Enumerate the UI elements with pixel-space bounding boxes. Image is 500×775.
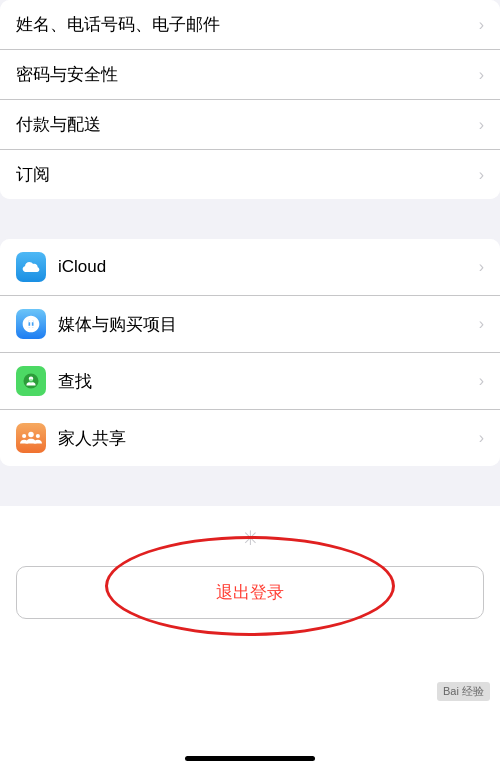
- password-security-item[interactable]: 密码与安全性 ›: [0, 50, 500, 100]
- icloud-label: iCloud: [58, 257, 471, 277]
- family-sharing-label: 家人共享: [58, 427, 471, 450]
- find-label: 查找: [58, 370, 471, 393]
- find-item[interactable]: 查找 ›: [0, 353, 500, 410]
- icloud-icon: [16, 252, 46, 282]
- name-phone-email-item[interactable]: 姓名、电话号码、电子邮件 ›: [0, 0, 500, 50]
- chevron-right-icon: ›: [479, 258, 484, 276]
- section-separator: [0, 219, 500, 239]
- watermark: Bai 经验: [437, 682, 490, 701]
- payment-delivery-label: 付款与配送: [16, 113, 471, 136]
- svg-point-6: [36, 434, 40, 438]
- sign-out-button[interactable]: 退出登录: [16, 566, 484, 619]
- subscription-label: 订阅: [16, 163, 471, 186]
- chevron-right-icon: ›: [479, 315, 484, 333]
- settings-page: 姓名、电话号码、电子邮件 › 密码与安全性 › 付款与配送 › 订阅 › iCl…: [0, 0, 500, 775]
- chevron-right-icon: ›: [479, 16, 484, 34]
- subscription-item[interactable]: 订阅 ›: [0, 150, 500, 199]
- appstore-icon: [16, 309, 46, 339]
- payment-delivery-item[interactable]: 付款与配送 ›: [0, 100, 500, 150]
- chevron-right-icon: ›: [479, 429, 484, 447]
- svg-rect-0: [28, 326, 35, 328]
- find-icon: [16, 366, 46, 396]
- svg-point-4: [28, 432, 34, 438]
- services-section: iCloud › 媒体与购买项目 ›: [0, 239, 500, 466]
- family-sharing-item[interactable]: 家人共享 ›: [0, 410, 500, 466]
- svg-point-5: [22, 434, 26, 438]
- chevron-right-icon: ›: [479, 166, 484, 184]
- home-indicator: [0, 741, 500, 775]
- loading-icon: ✳: [242, 526, 259, 550]
- media-purchases-item[interactable]: 媒体与购买项目 ›: [0, 296, 500, 353]
- password-security-label: 密码与安全性: [16, 63, 471, 86]
- chevron-right-icon: ›: [479, 116, 484, 134]
- chevron-right-icon: ›: [479, 372, 484, 390]
- name-phone-email-label: 姓名、电话号码、电子邮件: [16, 13, 471, 36]
- media-purchases-label: 媒体与购买项目: [58, 313, 471, 336]
- account-section: 姓名、电话号码、电子邮件 › 密码与安全性 › 付款与配送 › 订阅 ›: [0, 0, 500, 199]
- svg-point-3: [29, 379, 34, 384]
- section-separator-2: [0, 486, 500, 506]
- family-sharing-icon: [16, 423, 46, 453]
- chevron-right-icon: ›: [479, 66, 484, 84]
- icloud-item[interactable]: iCloud ›: [0, 239, 500, 296]
- home-bar: [185, 756, 315, 761]
- sign-out-section: ✳ 退出登录 Bai 经验: [0, 506, 500, 741]
